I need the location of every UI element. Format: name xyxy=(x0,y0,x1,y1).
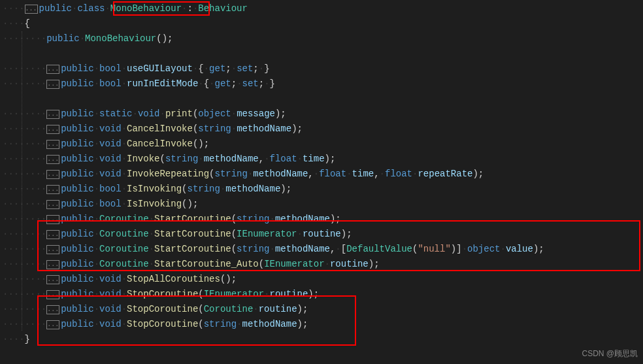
code-line: ········...public·static·void·print(obje… xyxy=(3,107,643,122)
fold-icon[interactable]: ... xyxy=(46,185,59,194)
fold-icon[interactable]: ... xyxy=(46,305,59,314)
code-line: ········...public·Coroutine·StartCorouti… xyxy=(3,212,643,227)
fold-icon[interactable]: ... xyxy=(46,215,59,224)
fold-icon[interactable]: ... xyxy=(46,80,59,89)
code-line: ········...public·void·StopCoroutine(Cor… xyxy=(3,302,643,317)
fold-icon[interactable]: ... xyxy=(46,275,59,284)
code-line: ········...public·bool·runInEditMode·{·g… xyxy=(3,76,643,91)
code-line: ········...public·void·StopAllCoroutines… xyxy=(3,272,643,287)
fold-icon[interactable]: ... xyxy=(46,200,59,209)
code-line: ········...public·bool·IsInvoking(string… xyxy=(3,182,643,197)
code-line: ········...public·void·StopCoroutine(IEn… xyxy=(3,287,643,302)
fold-icon[interactable]: ... xyxy=(46,155,59,164)
code-line: ····...public·class·MonoBehaviour·:·Beha… xyxy=(3,1,643,16)
fold-icon[interactable]: ... xyxy=(46,260,59,269)
code-line: ········...public·void·CancelInvoke(stri… xyxy=(3,122,643,137)
fold-icon[interactable]: ... xyxy=(46,245,59,254)
code-line: ········...public·void·StopCoroutine(str… xyxy=(3,317,643,332)
watermark: CSDN @顾思凯 xyxy=(582,346,638,361)
indent-guide xyxy=(22,31,22,331)
fold-icon[interactable]: ... xyxy=(46,230,59,239)
code-line: ········...public·void·CancelInvoke(); xyxy=(3,137,643,152)
code-line: ····{ xyxy=(3,16,643,31)
code-line: ········...public·Coroutine·StartCorouti… xyxy=(3,227,643,242)
fold-icon[interactable]: ... xyxy=(46,125,59,134)
fold-icon[interactable]: ... xyxy=(46,170,59,179)
fold-icon[interactable]: ... xyxy=(46,320,59,329)
code-line: ········public·MonoBehaviour(); xyxy=(3,31,643,46)
fold-icon[interactable]: ... xyxy=(46,140,59,149)
code-line: ········...public·Coroutine·StartCorouti… xyxy=(3,242,643,257)
fold-icon[interactable]: ... xyxy=(46,110,59,119)
code-line: ········...public·bool·useGUILayout·{·ge… xyxy=(3,61,643,76)
code-line: ········...public·bool·IsInvoking(); xyxy=(3,197,643,212)
code-editor: ····...public·class·MonoBehaviour·:·Beha… xyxy=(0,0,643,347)
fold-icon[interactable]: ... xyxy=(46,290,59,299)
blank-line xyxy=(3,46,643,61)
code-line: ········...public·void·Invoke(string·met… xyxy=(3,152,643,167)
code-line: ········...public·Coroutine·StartCorouti… xyxy=(3,257,643,272)
code-line: ····} xyxy=(3,332,643,347)
blank-line xyxy=(3,91,643,107)
fold-icon[interactable]: ... xyxy=(25,5,38,14)
code-line: ········...public·void·InvokeRepeating(s… xyxy=(3,167,643,182)
fold-icon[interactable]: ... xyxy=(46,65,59,74)
